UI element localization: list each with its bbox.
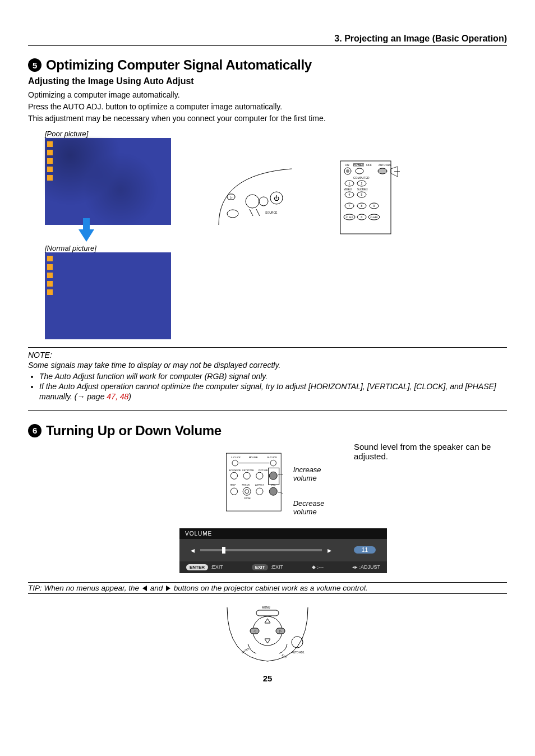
svg-text:OFF: OFF <box>366 163 372 167</box>
svg-marker-70 <box>265 639 270 643</box>
svg-text:8: 8 <box>361 204 363 208</box>
section-5-title: Optimizing Computer Signal Automatically <box>46 57 312 73</box>
svg-text:S-VIDEO: S-VIDEO <box>357 188 368 191</box>
note-bullet-2: If the Auto Adjust operation cannot opti… <box>39 381 507 402</box>
svg-text:L-CLICK: L-CLICK <box>231 455 241 458</box>
badge-6: 6 <box>28 424 41 437</box>
svg-text:ID SET: ID SET <box>346 216 353 219</box>
svg-point-15 <box>356 168 363 174</box>
svg-text:VIDEO: VIDEO <box>344 188 352 191</box>
volume-row: L-CLICK MOUSE R-CLICK ECO MODE KEYSTONE … <box>224 445 343 524</box>
remote-autoadj-diagram: ON POWER OFF AUTO ADJ. COMPUTER 1 2 VIDE… <box>339 158 401 236</box>
svg-text:PICTURE: PICTURE <box>259 469 268 471</box>
tip-line: TIP: When no menus appear, the and butto… <box>28 582 507 594</box>
note-label: NOTE: <box>28 350 507 360</box>
section-5-subheading: Adjusting the Image Using Auto Adjust <box>28 76 507 86</box>
poornormal-col: [Poor picture] [Normal picture] <box>28 130 171 339</box>
projector-top-diagram: ▷ ⏻ SOURCE <box>216 163 294 231</box>
svg-text:MOUSE: MOUSE <box>249 455 258 458</box>
left-triangle-icon <box>142 586 147 591</box>
svg-rect-67 <box>256 610 279 616</box>
svg-point-16 <box>378 168 387 174</box>
svg-text:◁: ◁ <box>253 629 256 633</box>
svg-text:▷: ▷ <box>279 629 282 633</box>
svg-text:0: 0 <box>361 215 363 219</box>
cabinet-control-diagram: MENU ◁ ▷ AUTO ADJ. ENTER EXIT <box>225 602 310 663</box>
s5-p3: This adjustment may be necessary when yo… <box>28 113 507 124</box>
svg-text:ECO MODE: ECO MODE <box>229 469 241 471</box>
right-triangle-icon <box>166 586 170 591</box>
volume-title: VOLUME <box>179 528 387 539</box>
svg-marker-69 <box>265 619 270 623</box>
svg-text:7: 7 <box>349 204 350 208</box>
normal-caption: [Normal picture] <box>45 244 171 252</box>
svg-text:VOL.: VOL. <box>271 483 276 486</box>
page-link-47-48[interactable]: 47, 48 <box>107 392 128 401</box>
svg-point-52 <box>243 472 250 479</box>
svg-text:1: 1 <box>349 182 350 185</box>
poor-picture <box>45 138 171 225</box>
svg-text:FOCUS: FOCUS <box>242 483 250 486</box>
svg-point-14 <box>346 169 349 173</box>
section-6-heading: 6 Turning Up or Down Volume <box>28 423 507 439</box>
down-arrow-icon <box>79 229 171 242</box>
note-rule-top <box>28 347 507 348</box>
svg-point-2 <box>246 195 259 208</box>
svg-text:KEYSTONE: KEYSTONE <box>242 469 254 471</box>
s5-p2: Press the AUTO ADJ. button to optimize a… <box>28 102 507 112</box>
svg-text:R-CLICK: R-CLICK <box>268 455 278 458</box>
svg-text:AUTO ADJ.: AUTO ADJ. <box>379 164 391 167</box>
poor-caption: [Poor picture] <box>45 130 171 138</box>
increase-volume-label: Increase volume <box>293 465 343 482</box>
section-5-heading: 5 Optimizing Computer Signal Automatical… <box>28 57 507 73</box>
chapter-header: 3. Projecting an Image (Basic Operation) <box>28 34 507 46</box>
normal-picture <box>45 252 171 339</box>
vol-right-arrow-icon: ▸ <box>328 546 331 555</box>
vol-left-arrow-icon: ◂ <box>191 546 195 555</box>
note-bullet-1: The Auto Adjust function will work for c… <box>39 371 507 381</box>
svg-text:CLEAR: CLEAR <box>370 216 377 219</box>
page-number: 25 <box>28 674 507 683</box>
svg-point-61 <box>243 487 251 495</box>
svg-point-45 <box>232 460 238 465</box>
svg-text:ON: ON <box>345 163 349 167</box>
svg-point-54 <box>269 472 277 480</box>
svg-point-62 <box>245 489 249 493</box>
volume-side-labels: Increase volume Decrease volume <box>293 465 343 516</box>
svg-text:COMPUTER: COMPUTER <box>353 176 370 179</box>
svg-point-3 <box>259 197 268 206</box>
volume-value: 11 <box>354 546 376 554</box>
manual-page: 3. Projecting an Image (Basic Operation)… <box>0 0 535 756</box>
svg-text:ASPECT: ASPECT <box>255 483 264 486</box>
svg-text:MENU: MENU <box>262 606 270 609</box>
svg-point-51 <box>230 472 237 479</box>
svg-text:5: 5 <box>361 193 363 196</box>
volume-slider <box>200 549 322 551</box>
svg-text:▷: ▷ <box>230 196 233 199</box>
decrease-volume-label: Decrease volume <box>293 499 343 516</box>
section-6-title: Turning Up or Down Volume <box>46 423 222 439</box>
svg-text:⏻: ⏻ <box>274 195 279 201</box>
svg-text:HELP: HELP <box>230 483 236 486</box>
svg-text:ZOOM: ZOOM <box>244 497 251 500</box>
note-line1: Some signals may take time to display or… <box>28 360 507 370</box>
badge-5: 5 <box>28 58 41 72</box>
note-rule-bottom <box>28 410 507 411</box>
svg-point-47 <box>270 460 276 465</box>
svg-text:AUTO ADJ.: AUTO ADJ. <box>292 651 305 654</box>
svg-text:SOURCE: SOURCE <box>265 211 278 214</box>
svg-point-64 <box>269 487 277 495</box>
svg-point-63 <box>256 488 263 495</box>
s5-p1: Optimizing a computer image automaticall… <box>28 90 507 100</box>
remote-volume-diagram: L-CLICK MOUSE R-CLICK ECO MODE KEYSTONE … <box>224 445 283 524</box>
svg-point-75 <box>292 637 303 648</box>
svg-point-53 <box>256 472 263 479</box>
svg-point-60 <box>230 488 237 495</box>
figure-row: [Poor picture] [Normal picture] ▷ <box>28 130 507 339</box>
svg-text:POWER: POWER <box>353 163 364 167</box>
svg-text:9: 9 <box>373 204 375 208</box>
svg-point-6 <box>227 210 238 218</box>
section-5-body: Optimizing a computer image automaticall… <box>28 90 507 124</box>
note-block: NOTE: Some signals may take time to disp… <box>28 350 507 402</box>
svg-text:ENTER: ENTER <box>241 647 250 653</box>
